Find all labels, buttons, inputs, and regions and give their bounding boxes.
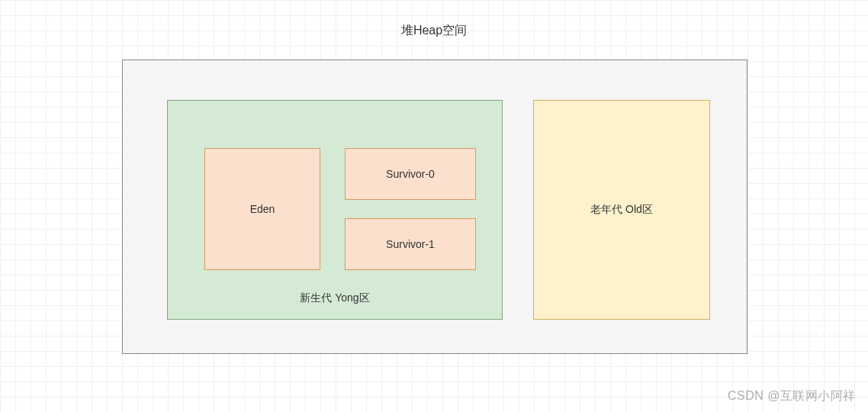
survivor-1-box: Survivor-1: [345, 218, 476, 270]
watermark: CSDN @互联网小阿祥: [728, 388, 856, 404]
young-label: 新生代 Yong区: [168, 291, 502, 305]
diagram-title: 堆Heap空间: [0, 23, 868, 39]
eden-label: Eden: [250, 203, 275, 215]
old-label: 老年代 Old区: [590, 203, 653, 217]
old-generation: 老年代 Old区: [533, 100, 710, 320]
eden-box: Eden: [204, 148, 320, 270]
survivor-0-label: Survivor-0: [386, 168, 435, 180]
young-generation: Eden Survivor-0 Survivor-1 新生代 Yong区: [167, 100, 503, 320]
survivor-1-label: Survivor-1: [386, 238, 435, 250]
survivor-0-box: Survivor-0: [345, 148, 476, 200]
heap-container: Eden Survivor-0 Survivor-1 新生代 Yong区 老年代…: [122, 60, 747, 354]
